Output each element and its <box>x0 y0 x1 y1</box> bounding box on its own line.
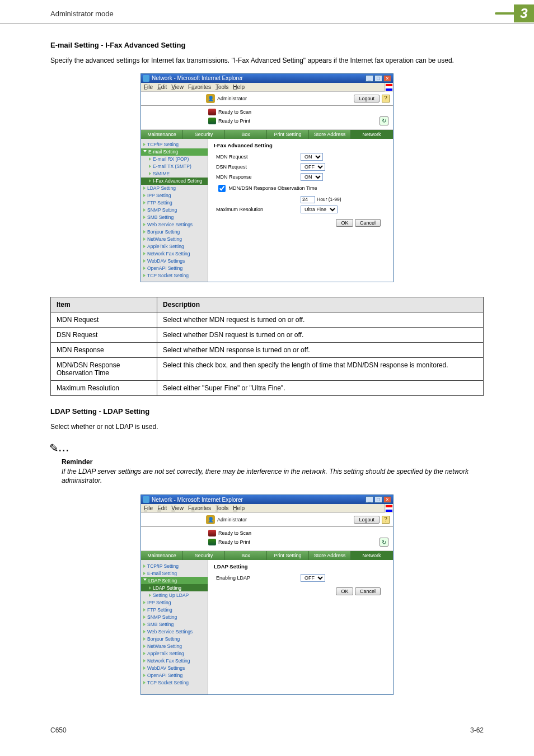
sidebar-item[interactable]: NetWare Setting <box>141 236 208 243</box>
cancel-button[interactable]: Cancel <box>355 587 381 595</box>
refresh-button[interactable]: ↻ <box>380 116 388 125</box>
ok-button[interactable]: OK <box>336 219 353 227</box>
table-cell: Select this check box, and then specify … <box>157 357 484 380</box>
scanner-icon <box>208 530 216 536</box>
help-button[interactable]: ? <box>382 95 390 102</box>
sidebar-item[interactable]: Bonjour Setting <box>141 228 208 236</box>
status-print: Ready to Print <box>218 539 250 545</box>
sidebar-item[interactable]: IPP Setting <box>141 192 208 199</box>
observation-hours-input[interactable] <box>301 196 315 203</box>
ie-icon <box>143 75 149 82</box>
sidebar-item[interactable]: LDAP Setting <box>141 185 208 192</box>
sidebar-item[interactable]: TCP Socket Setting <box>141 679 208 686</box>
tab-print[interactable]: Print Setting <box>267 130 309 139</box>
sidebar-item[interactable]: TCP/IP Setting <box>141 141 208 148</box>
sidebar-item[interactable]: Web Service Settings <box>141 221 208 228</box>
tab-network[interactable]: Network <box>351 130 393 139</box>
cancel-button[interactable]: Cancel <box>355 219 381 227</box>
sidebar-item[interactable]: SNMP Setting <box>141 207 208 214</box>
tab-print[interactable]: Print Setting <box>267 551 309 560</box>
menu-edit[interactable]: Edit <box>157 505 167 511</box>
sidebar-item-selected[interactable]: I-Fax Advanced Setting <box>141 178 208 185</box>
sidebar-item[interactable]: Network Fax Setting <box>141 250 208 258</box>
sidebar-item[interactable]: Network Fax Setting <box>141 657 208 664</box>
tab-network[interactable]: Network <box>351 551 393 560</box>
sidebar-item[interactable]: Bonjour Setting <box>141 635 208 642</box>
dsn-request-select[interactable]: OFF <box>301 163 325 171</box>
sidebar-item[interactable]: TCP Socket Setting <box>141 272 208 279</box>
sidebar-item[interactable]: E-mail TX (SMTP) <box>141 163 208 170</box>
tab-security[interactable]: Security <box>183 551 225 560</box>
tab-box[interactable]: Box <box>225 130 267 139</box>
sidebar-item[interactable]: E-mail RX (POP) <box>141 156 208 163</box>
sidebar-item[interactable]: SMB Setting <box>141 214 208 221</box>
tab-maintenance[interactable]: Maintenance <box>141 130 183 139</box>
observation-checkbox[interactable] <box>218 185 226 192</box>
sidebar-item[interactable]: SNMP Setting <box>141 613 208 620</box>
sidebar-item[interactable]: AppleTalk Setting <box>141 650 208 657</box>
browser-title: Network - Microsoft Internet Explorer <box>152 497 364 503</box>
tab-box[interactable]: Box <box>225 551 267 560</box>
reminder-text: If the LDAP server settings are not set … <box>62 467 484 486</box>
menu-help[interactable]: Help <box>233 505 245 511</box>
sidebar-item[interactable]: OpenAPI Setting <box>141 265 208 272</box>
menu-tools[interactable]: Tools <box>216 505 228 511</box>
mdn-response-select[interactable]: ON <box>301 173 323 181</box>
menu-file[interactable]: File <box>144 84 153 90</box>
menu-file[interactable]: File <box>144 505 153 511</box>
mdn-request-select[interactable]: ON <box>301 153 323 161</box>
sidebar-item[interactable]: E-mail Setting <box>141 570 208 577</box>
sidebar-item-selected[interactable]: LDAP Setting <box>141 584 208 591</box>
sidebar-item[interactable]: E-mail Setting <box>141 148 208 156</box>
note-icon: ✎ <box>49 441 59 455</box>
minimize-button[interactable]: _ <box>366 75 373 82</box>
status-print: Ready to Print <box>218 118 250 124</box>
tab-store[interactable]: Store Address <box>309 130 351 139</box>
sidebar-item[interactable]: NetWare Setting <box>141 642 208 650</box>
refresh-button[interactable]: ↻ <box>380 538 388 547</box>
sidebar-item[interactable]: Setting Up LDAP <box>141 591 208 599</box>
menu-view[interactable]: View <box>171 505 184 511</box>
sidebar-item[interactable]: AppleTalk Setting <box>141 243 208 250</box>
tab-maintenance[interactable]: Maintenance <box>141 551 183 560</box>
tab-store[interactable]: Store Address <box>309 551 351 560</box>
dots-icon: ... <box>59 444 69 453</box>
logout-button[interactable]: Logout <box>354 516 380 524</box>
ok-button[interactable]: OK <box>336 587 353 595</box>
sidebar-item[interactable]: IPP Setting <box>141 599 208 606</box>
maxres-select[interactable]: Ultra Fine <box>301 206 338 213</box>
maximize-button[interactable]: □ <box>374 496 382 503</box>
sidebar-item[interactable]: WebDAV Settings <box>141 258 208 265</box>
enabling-ldap-select[interactable]: OFF <box>301 574 325 582</box>
menu-tools[interactable]: Tools <box>216 84 228 90</box>
sidebar-item[interactable]: SMB Setting <box>141 620 208 628</box>
sidebar-item[interactable]: Web Service Settings <box>141 628 208 635</box>
minimize-button[interactable]: _ <box>366 496 373 503</box>
admin-icon: 👤 <box>206 94 215 103</box>
menu-edit[interactable]: Edit <box>157 84 167 90</box>
sidebar-item[interactable]: FTP Setting <box>141 606 208 613</box>
status-scan: Ready to Scan <box>218 109 251 115</box>
maxres-label: Maximum Resolution <box>214 207 301 212</box>
menu-help[interactable]: Help <box>233 84 245 90</box>
logout-button[interactable]: Logout <box>354 95 380 102</box>
tab-security[interactable]: Security <box>183 130 225 139</box>
chapter-badge: 3 <box>514 4 534 22</box>
sidebar-item[interactable]: WebDAV Settings <box>141 664 208 671</box>
sidebar-item[interactable]: OpenAPI Setting <box>141 671 208 679</box>
close-button[interactable]: × <box>383 496 391 503</box>
mdn-response-label: MDN Response <box>214 174 301 180</box>
menu-favorites[interactable]: Favorites <box>188 84 211 90</box>
close-button[interactable]: × <box>383 75 391 82</box>
menu-view[interactable]: View <box>171 84 184 90</box>
sidebar-item[interactable]: FTP Setting <box>141 199 208 207</box>
sidebar-item[interactable]: TCP/IP Setting <box>141 562 208 570</box>
sidebar-item[interactable]: LDAP Setting <box>141 577 208 584</box>
admin-label: Administrator <box>217 96 247 101</box>
sidebar-item[interactable]: S/MIME <box>141 170 208 178</box>
help-button[interactable]: ? <box>382 516 390 524</box>
maximize-button[interactable]: □ <box>374 75 382 82</box>
menu-favorites[interactable]: Favorites <box>188 505 211 511</box>
observation-label: MDN/DSN Response Observation Time <box>229 185 317 191</box>
ie-icon <box>143 496 149 503</box>
